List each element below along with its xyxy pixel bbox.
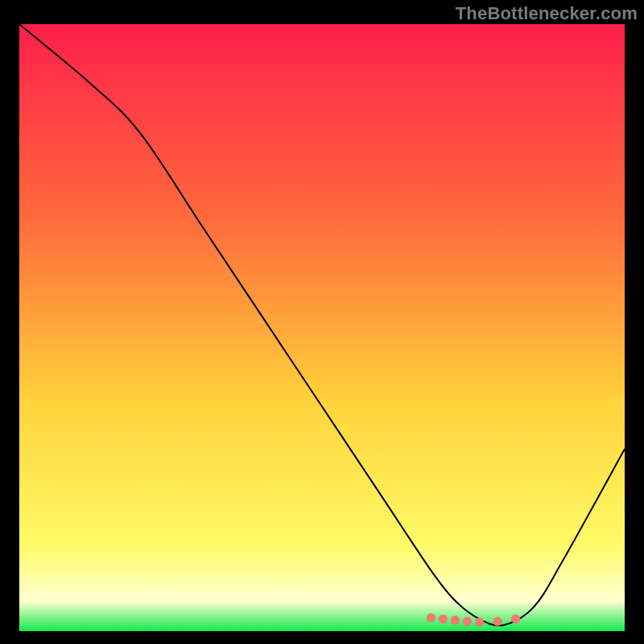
marker-dot [511,614,520,623]
marker-dot [475,617,484,626]
gradient-background [19,24,625,631]
plot-area [19,24,625,631]
marker-dot [451,616,460,625]
marker-dot [463,617,472,625]
chart-stage: TheBottlenecker.com [0,0,644,644]
marker-dot [427,613,436,622]
marker-dot [439,614,448,623]
marker-dot [493,617,502,625]
chart-svg [19,24,625,631]
watermark-text: TheBottlenecker.com [456,3,638,24]
